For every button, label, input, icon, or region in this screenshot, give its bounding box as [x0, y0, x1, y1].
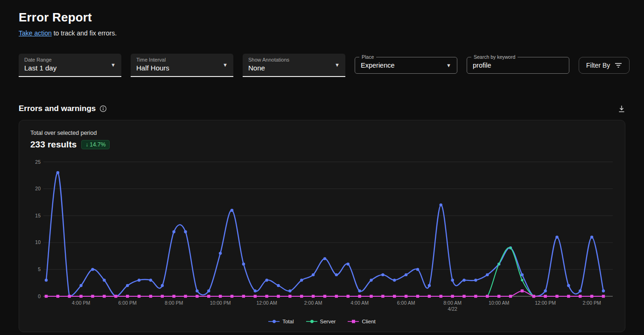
- svg-text:10:00 AM: 10:00 AM: [489, 300, 509, 306]
- time-interval-select[interactable]: Time Interval Half Hours ▼: [131, 54, 233, 77]
- arrow-down-icon: ↓: [85, 141, 88, 148]
- chevron-down-icon: ▼: [446, 63, 451, 68]
- place-select[interactable]: Place Experience ▼: [355, 57, 457, 74]
- legend-marker-icon: [268, 319, 280, 324]
- svg-text:2:00 PM: 2:00 PM: [583, 300, 601, 306]
- chart-legend: TotalServerClient: [30, 319, 614, 327]
- date-range-value: Last 1 day: [24, 64, 116, 72]
- svg-text:4:00 AM: 4:00 AM: [350, 300, 369, 306]
- error-report-page: Error Report Take action to track and fi…: [0, 0, 644, 332]
- place-label: Place: [359, 54, 376, 60]
- take-action-link[interactable]: Take action: [19, 29, 52, 37]
- legend-item-server[interactable]: Server: [306, 319, 336, 324]
- delta-badge: ↓14.7%: [81, 140, 110, 149]
- svg-text:5: 5: [38, 266, 41, 272]
- svg-text:8:00 PM: 8:00 PM: [165, 300, 183, 306]
- time-interval-value: Half Hours: [136, 64, 228, 72]
- search-label: Search by keyword: [471, 54, 518, 60]
- filter-bar: Date Range Last 1 day ▼ Time Interval Ha…: [19, 54, 625, 77]
- svg-text:4:00 PM: 4:00 PM: [72, 300, 90, 306]
- legend-marker-icon: [348, 319, 359, 324]
- svg-text:10: 10: [35, 239, 41, 245]
- date-range-label: Date Range: [24, 57, 116, 63]
- show-annotations-select[interactable]: Show Annotations None ▼: [243, 54, 345, 77]
- total-results: 233 results: [30, 140, 77, 150]
- search-input[interactable]: [473, 62, 563, 69]
- section-header: Errors and warnings: [19, 104, 625, 113]
- svg-text:4/22: 4/22: [448, 306, 457, 312]
- legend-item-client[interactable]: Client: [348, 319, 375, 324]
- chevron-down-icon: ▼: [111, 62, 116, 68]
- time-interval-label: Time Interval: [136, 57, 228, 63]
- filter-by-label: Filter By: [586, 62, 610, 69]
- legend-label: Total: [282, 319, 294, 324]
- page-title: Error Report: [19, 10, 625, 25]
- page-subtitle: Take action to track and fix errors.: [19, 29, 625, 37]
- summary-caption: Total over selected period: [30, 130, 614, 136]
- show-annotations-value: None: [248, 64, 340, 72]
- filter-by-button[interactable]: Filter By: [579, 57, 630, 74]
- info-icon[interactable]: [99, 105, 107, 112]
- errors-line-chart[interactable]: 05101520254:00 PM6:00 PM8:00 PM10:00 PM1…: [30, 156, 615, 315]
- svg-text:0: 0: [38, 293, 41, 299]
- svg-text:25: 25: [35, 159, 41, 165]
- keyword-search-field: Search by keyword: [467, 57, 569, 74]
- legend-marker-icon: [306, 319, 317, 324]
- svg-text:12:00 AM: 12:00 AM: [256, 300, 277, 306]
- subtitle-text: to track and fix errors.: [52, 29, 117, 37]
- svg-text:6:00 AM: 6:00 AM: [397, 300, 415, 306]
- section-title: Errors and warnings: [19, 104, 96, 113]
- show-annotations-label: Show Annotations: [248, 57, 340, 63]
- place-value: Experience: [361, 62, 395, 69]
- svg-text:12:00 PM: 12:00 PM: [535, 300, 556, 306]
- chart-card: Total over selected period 233 results ↓…: [19, 120, 625, 332]
- legend-label: Client: [362, 319, 375, 324]
- legend-item-total[interactable]: Total: [268, 319, 294, 324]
- svg-text:20: 20: [35, 186, 41, 191]
- svg-text:2:00 AM: 2:00 AM: [304, 300, 322, 306]
- summary-row: 233 results ↓14.7%: [30, 140, 614, 150]
- filter-icon: [615, 62, 622, 69]
- download-icon[interactable]: [618, 105, 625, 113]
- svg-text:10:00 PM: 10:00 PM: [210, 300, 231, 306]
- delta-value: 14.7%: [90, 141, 105, 148]
- legend-label: Server: [320, 319, 336, 324]
- svg-text:6:00 PM: 6:00 PM: [119, 300, 137, 306]
- svg-text:15: 15: [35, 213, 41, 218]
- chevron-down-icon: ▼: [335, 62, 340, 68]
- chevron-down-icon: ▼: [223, 62, 228, 68]
- date-range-select[interactable]: Date Range Last 1 day ▼: [19, 54, 121, 77]
- svg-text:8:00 AM: 8:00 AM: [443, 300, 462, 306]
